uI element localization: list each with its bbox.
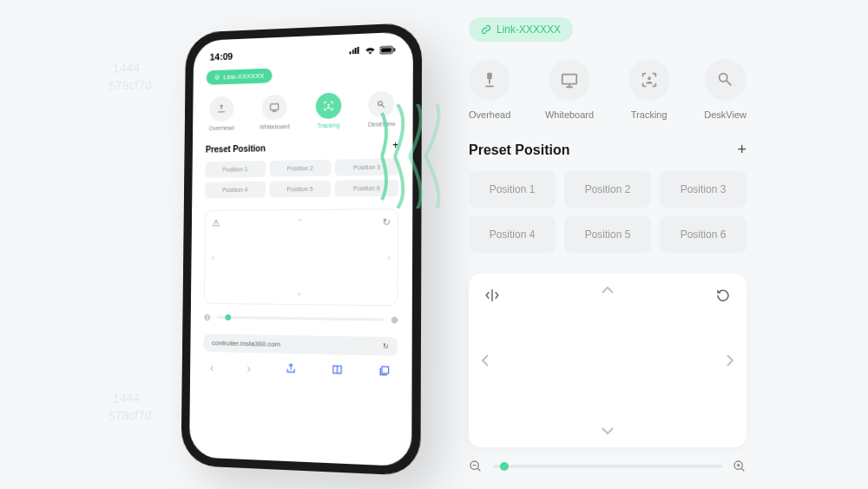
mode-label: Tracking [317,122,339,129]
mode-label: Whiteboard [545,109,594,120]
svg-point-9 [648,76,651,80]
phone-zoom-slider[interactable] [217,316,384,321]
phone-url-text: controller.insta360.com [212,339,280,348]
phone-add-preset-icon[interactable]: + [392,139,398,151]
phone-position-6[interactable]: Position 6 [335,180,398,197]
svg-rect-6 [382,367,389,373]
phone-mode-tracking[interactable]: Tracking [316,93,342,129]
phone-preset-title: Preset Position [206,143,266,154]
tracking-icon [323,100,335,112]
svg-rect-2 [394,48,396,51]
mode-overhead[interactable]: Overhead [469,59,510,120]
phone-position-4[interactable]: Position 4 [205,182,265,198]
phone-mirror-icon[interactable]: ⚠ [212,218,220,229]
phone-refresh-icon[interactable]: ↻ [383,342,389,350]
zoom-out-icon[interactable] [469,459,483,473]
phone-direction-pad[interactable]: ⚠ ↻ ⌃ ⌄ ‹ › [204,208,398,306]
position-button-6[interactable]: Position 6 [660,216,746,253]
position-button-3[interactable]: Position 3 [660,171,746,208]
mode-whiteboard[interactable]: Whiteboard [545,59,594,120]
phone-zoom-out-icon[interactable]: ⊖ [204,313,211,322]
phone-status-icons [349,45,396,56]
phone-position-5[interactable]: Position 5 [269,181,331,198]
svg-point-5 [378,102,383,106]
phone-zoom-in-icon[interactable]: ⊕ [391,315,398,325]
svg-rect-7 [487,73,492,79]
mirror-icon[interactable] [484,287,500,303]
phone-arrow-right-icon[interactable]: › [387,253,390,262]
phone-arrow-up-icon[interactable]: ⌃ [296,217,303,227]
mode-label: Tracking [631,109,667,120]
link-badge[interactable]: Link-XXXXXX [469,17,573,42]
phone-arrow-left-icon[interactable]: ‹ [212,252,214,261]
tracking-icon [640,70,659,89]
overhead-icon [480,70,499,89]
arrow-down-icon[interactable] [601,426,615,435]
phone-link-badge: ⊘ Link-XXXXXX [207,69,273,85]
phone-back-icon[interactable]: ‹ [210,360,214,374]
phone-status-bar: 14:09 [207,44,399,70]
link-icon [481,24,491,35]
svg-point-4 [328,104,330,106]
mode-tracking[interactable]: Tracking [628,59,670,120]
direction-control-pad[interactable] [469,274,746,447]
phone-time: 14:09 [210,51,233,63]
whiteboard-icon [269,102,281,114]
arrow-up-icon[interactable] [601,286,615,294]
phone-bookmarks-icon[interactable] [331,363,343,378]
mode-label: Whiteboard [260,123,290,130]
link-badge-text: Link-XXXXXX [496,23,561,36]
mode-label: DeskView [704,109,746,120]
deskview-icon [376,98,388,110]
deskview-icon [716,70,735,89]
phone-mode-whiteboard[interactable]: Whiteboard [260,94,290,129]
phone-reset-icon[interactable]: ↻ [383,216,391,228]
zoom-in-icon[interactable] [733,459,746,473]
zoom-slider[interactable] [493,465,722,468]
phone-link-text: Link-XXXXXX [223,72,264,81]
phone-tabs-icon[interactable] [378,365,391,380]
phone-mockup: 14:09 ⊘ Link-XXXXXX Overhead [181,23,423,476]
phone-share-icon[interactable] [285,362,297,376]
position-button-1[interactable]: Position 1 [469,171,556,208]
zoom-slider-handle[interactable] [500,462,509,471]
svg-rect-8 [562,75,577,84]
arrow-right-icon[interactable] [726,354,734,367]
phone-position-1[interactable]: Position 1 [205,161,265,178]
svg-rect-1 [381,48,391,52]
position-button-5[interactable]: Position 5 [564,216,651,253]
mode-label: DeskView [368,121,395,128]
phone-position-2[interactable]: Position 2 [269,160,331,177]
svg-rect-3 [271,104,279,110]
phone-position-3[interactable]: Position 3 [335,158,398,175]
phone-url-bar[interactable]: controller.insta360.com ↻ [203,334,398,356]
arrow-left-icon[interactable] [481,354,490,367]
mode-label: Overhead [209,125,234,132]
position-button-2[interactable]: Position 2 [564,171,651,208]
reset-icon[interactable] [715,287,731,303]
mode-deskview[interactable]: DeskView [704,59,746,120]
phone-mode-deskview[interactable]: DeskView [368,91,395,128]
preset-position-title: Preset Position [469,142,569,158]
svg-point-10 [719,74,727,82]
link-icon: ⊘ [214,74,220,82]
phone-mode-overhead[interactable]: Overhead [209,96,234,131]
mode-label: Overhead [469,109,510,120]
phone-arrow-down-icon[interactable]: ⌄ [296,287,303,297]
whiteboard-icon [560,70,579,89]
overhead-icon [216,102,227,115]
add-preset-icon[interactable]: + [737,141,746,159]
position-button-4[interactable]: Position 4 [469,216,556,253]
phone-forward-icon[interactable]: › [247,361,251,375]
